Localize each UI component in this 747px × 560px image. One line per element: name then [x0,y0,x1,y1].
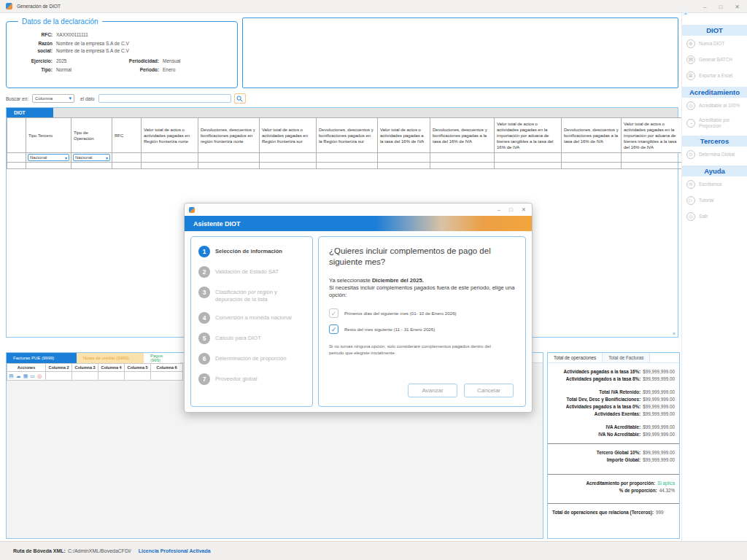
option-resto-mes: ✓ Resto del mes siguiente (11 - 31 Enero… [329,324,515,334]
sidebar-item-acreditable-100[interactable]: ◎ Acreditable al 100% [682,98,747,114]
wizard-step-5: 5 Cálculo para DIOT [198,332,306,344]
total-label: Actividades pagados a la tasa 8%: [566,376,641,383]
excel-export-icon: ⊠ [686,71,695,80]
app-logo-icon [189,207,195,213]
wizard-step-2: 2 Validación de Estado SAT [198,266,306,278]
rfc-label: RFC: [11,31,56,39]
wizard-step-6: 6 Determinación de proporción [198,353,306,365]
sidebar-section-ayuda: Ayuda [682,166,747,176]
wizard-step-7: 7 Proveedor global [198,373,306,385]
column-header: RFC [112,118,142,153]
tab-pagos[interactable]: Pagos (999) [144,353,180,363]
nueva-diot-icon: ⊛ [686,39,695,48]
sidebar-item-nueva-diot[interactable]: ⊛ Nueva DIOT [682,36,747,52]
column-header: Valor total de actos o actividades pagad… [142,118,198,153]
sidebar: » DIOT ⊛ Nueva DIOT ▤ Generar BATCH ⊠ Ex… [681,13,747,541]
cancelar-button[interactable]: Cancelar [464,384,514,397]
tipo-operacion-select[interactable]: Nacional ▾ [73,154,110,161]
wizard-question-panel: ¿Quieres incluir complementos de pago de… [318,236,526,407]
column-header: Tipo de Operación [71,118,112,153]
ejercicio-label: Ejercicio: [11,58,56,65]
total-label: Actividades pagados a la tasa 0%: [566,403,641,411]
close-button[interactable]: ✕ [735,4,740,10]
avanzar-button[interactable]: Avanzar [408,384,457,397]
checkbox-primeros-dias[interactable]: ✓ [329,308,338,318]
download-icon[interactable]: ☁ [16,373,21,378]
column-header: Columna 2 [46,364,72,372]
sidebar-item-generar-batch[interactable]: ▤ Generar BATCH [682,52,747,68]
search-dato-label: el dato [80,96,95,101]
wizard-step-4: 4 Conversión a moneda nacional [198,312,306,324]
column-header: Valor total de actos o actividades pagad… [622,118,686,153]
total-label: Total IVA Retenido: [599,389,640,396]
modal-maximize-button[interactable]: □ [509,206,513,213]
total-value: $99,999,999.00 [643,368,675,376]
search-input[interactable] [98,94,231,103]
table-row: ▤ ☁ ▦ ▭ ◎ [7,372,183,381]
sidebar-item-salir[interactable]: ◎ Salir [682,209,747,225]
terceros-count-label: Total de operaciones que relaciona (Terc… [552,509,654,516]
window-titlebar: Generación de DIOT – □ ✕ [0,0,747,13]
wizard-step-1: 1 Selección de información [198,246,306,257]
table-row [7,163,686,169]
total-value: $99,999,999.00 [643,403,675,411]
declaration-legend: Datos de la declaración [18,18,102,26]
checkbox-resto-mes[interactable]: ✓ [329,324,338,334]
search-icon [236,96,243,102]
ejercicio-value: 2025 [56,58,98,65]
question-note: Si no tomas ninguna opción, solo conside… [329,343,504,356]
razon-social-label: Razón social: [11,40,56,55]
minimize-button[interactable]: – [703,4,706,10]
declaration-panel: Datos de la declaración RFC: XAXX0011111… [6,18,238,88]
total-label: % de proporción: [619,487,657,494]
batch-file-icon: ▤ [686,55,695,64]
total-value: $99,999,999.00 [643,424,675,431]
total-label: IVA No Acreditable: [598,431,640,438]
collapse-sidebar-icon[interactable]: » [683,11,688,15]
total-label: IVA Acreditable: [606,424,641,431]
tab-facturas-pue[interactable]: Facturas PUE (9999) [7,353,77,363]
modal-close-button[interactable]: ✕ [522,206,526,213]
tab-notas-credito[interactable]: Notas de crédito (9999) [77,353,144,363]
comment-icon[interactable]: ▭ [30,373,35,378]
tab-diot[interactable]: DIOT [7,108,53,117]
sidebar-item-tutorial[interactable]: ▷ Tutorial [682,192,747,209]
column-header: Devoluciones, descuentos y bonificacione… [562,118,622,153]
window-title: Generación de DIOT [17,4,61,9]
tab-total-operaciones[interactable]: Total de operaciones [548,353,603,362]
column-header: Columna 4 [98,364,125,372]
exit-icon: ◎ [686,212,695,221]
column-header: Columna 6 [151,364,183,372]
sidebar-item-escribenos[interactable]: ✉ Escríbenos [682,176,747,192]
tipo-tercero-select[interactable]: Nacional ▾ [28,154,69,161]
sidebar-item-exportar-excel[interactable]: ⊠ Exportar a Excel [682,68,747,84]
search-column-select[interactable]: Columna ▾ [32,94,74,103]
xml-file-icon[interactable]: ▤ [9,373,14,378]
modal-minimize-button[interactable]: – [498,206,500,213]
total-value: $99,999,999.00 [643,376,675,383]
pie-chart-icon: ◔ [686,119,695,128]
facturas-table: Acciones Columna 2 Columna 3 Columna 4 C… [7,363,183,381]
detail-grid-icon[interactable]: ▦ [23,373,28,378]
wizard-steps-panel: 1 Selección de información 2 Validación … [190,236,313,407]
total-label: Tercero Global 10%: [597,449,640,456]
periodo-value: Enero [163,66,175,74]
cancel-icon[interactable]: ◎ [37,373,42,378]
maximize-button[interactable]: □ [719,4,722,10]
acreditable-100-icon: ◎ [686,101,695,110]
status-value: Si aplica [657,480,675,487]
app-logo-icon [6,3,12,9]
column-header: Valor total de actos o actividades pagad… [378,118,430,153]
wizard-step-3: 3 Clasificación por región y depuración … [198,287,306,303]
sidebar-item-acreditable-proporcion[interactable]: ◔ Acreditable por Proporcion [682,114,747,133]
grid-scroll-arrow-icon[interactable]: » [673,331,676,336]
column-header: Valor total de actos o actividades pagad… [495,118,562,153]
periodicidad-value: Mensual [163,58,181,65]
total-value: $99,999,999.00 [643,456,675,464]
license-link[interactable]: Licencia Profesional Activada [139,548,211,553]
sidebar-item-determina-global[interactable]: ⊙ Determina Global [682,147,747,163]
boveda-path-value: C:/AdminXML/BovedaCFDi/ [68,548,131,553]
total-value: $99,999,999.00 [643,431,675,438]
search-button[interactable] [234,93,246,104]
tab-total-facturas[interactable]: Total de Facturas [603,353,650,362]
